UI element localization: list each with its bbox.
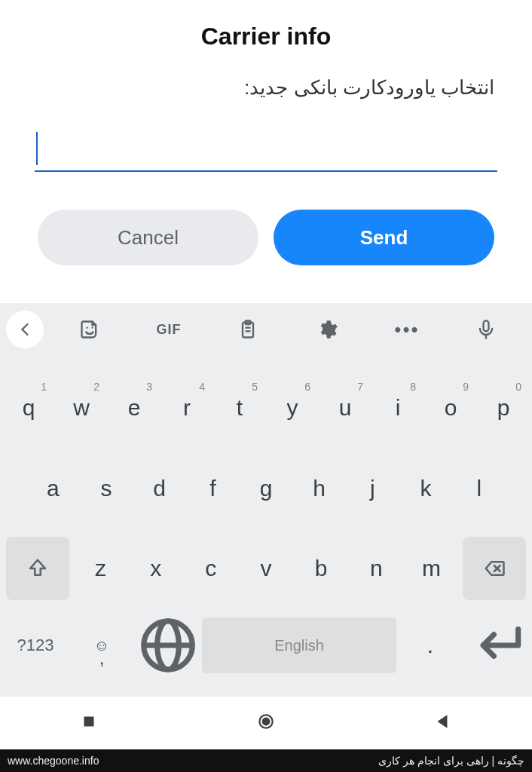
key-s[interactable]: s (81, 457, 133, 520)
key-n[interactable]: n (350, 537, 403, 600)
keyboard-row-1: 1q2w3e4r5t6y7u8i9o0p (3, 376, 529, 440)
nav-recent-icon[interactable] (79, 712, 99, 734)
svg-rect-12 (84, 717, 93, 727)
footer-tagline: چگونه | راهی برای انجام هر کاری (378, 755, 524, 767)
page-footer: www.chegoone.info چگونه | راهی برای انجا… (0, 749, 532, 772)
key-y[interactable]: 6y (267, 376, 318, 440)
globe-icon (136, 613, 200, 678)
enter-icon (464, 613, 529, 678)
spacebar[interactable]: English (202, 617, 396, 673)
gear-icon[interactable] (288, 303, 367, 356)
dialog-title: Carrier info (15, 23, 517, 51)
key-r[interactable]: 4r (161, 376, 212, 440)
key-d[interactable]: d (133, 457, 185, 520)
cancel-button[interactable]: Cancel (38, 210, 258, 265)
key-t[interactable]: 5t (214, 376, 265, 440)
key-w[interactable]: 2w (56, 376, 107, 440)
key-z[interactable]: z (74, 537, 127, 600)
keyboard-row-4: ?123 ☺ , English . (3, 617, 529, 673)
more-icon[interactable]: ••• (367, 303, 446, 356)
keyboard-row-3: zxcvbnm (3, 537, 529, 600)
key-m[interactable]: m (405, 537, 458, 600)
emoji-key[interactable]: ☺ , (69, 617, 134, 673)
android-nav-bar (0, 697, 532, 749)
language-key[interactable] (136, 617, 200, 673)
key-i[interactable]: 8i (372, 376, 423, 440)
period-key[interactable]: . (398, 617, 463, 673)
symbols-key[interactable]: ?123 (3, 617, 68, 673)
dialog-prompt: انتخاب یاورودکارت بانکی جدید: (15, 76, 517, 100)
key-j[interactable]: j (347, 457, 399, 520)
key-b[interactable]: b (295, 537, 348, 600)
key-f[interactable]: f (187, 457, 239, 520)
key-v[interactable]: v (239, 537, 292, 600)
soft-keyboard: GIF ••• 1q2w3e4r5t6y7u8i9o0p asdfghjkl z… (0, 303, 532, 697)
shift-key[interactable] (6, 537, 69, 600)
sticker-icon[interactable] (50, 303, 129, 356)
key-o[interactable]: 9o (425, 376, 476, 440)
key-q[interactable]: 1q (3, 376, 54, 440)
svg-point-14 (262, 718, 271, 726)
enter-key[interactable] (464, 617, 529, 673)
key-e[interactable]: 3e (109, 376, 160, 440)
key-x[interactable]: x (129, 537, 182, 600)
backspace-key[interactable] (463, 537, 526, 600)
key-k[interactable]: k (400, 457, 452, 520)
gif-button[interactable]: GIF (129, 303, 208, 356)
key-g[interactable]: g (240, 457, 292, 520)
send-button[interactable]: Send (274, 210, 494, 265)
key-h[interactable]: h (293, 457, 345, 520)
keyboard-row-2: asdfghjkl (3, 457, 529, 520)
svg-point-1 (91, 327, 93, 329)
key-u[interactable]: 7u (320, 376, 371, 440)
key-l[interactable]: l (453, 457, 505, 520)
card-input[interactable] (35, 127, 497, 172)
nav-back-icon[interactable] (433, 712, 453, 734)
svg-point-0 (86, 327, 87, 329)
keyboard-toolbar: GIF ••• (0, 303, 532, 356)
key-a[interactable]: a (27, 457, 79, 520)
clipboard-icon[interactable] (209, 303, 288, 356)
svg-rect-6 (484, 320, 489, 331)
chevron-left-icon[interactable] (6, 311, 44, 348)
key-c[interactable]: c (184, 537, 237, 600)
key-p[interactable]: 0p (478, 376, 529, 440)
footer-url: www.chegoone.info (8, 755, 99, 767)
mic-icon[interactable] (447, 303, 526, 356)
nav-home-icon[interactable] (256, 712, 276, 734)
carrier-info-dialog: Carrier info انتخاب یاورودکارت بانکی جدی… (0, 0, 532, 303)
text-cursor (36, 132, 38, 165)
